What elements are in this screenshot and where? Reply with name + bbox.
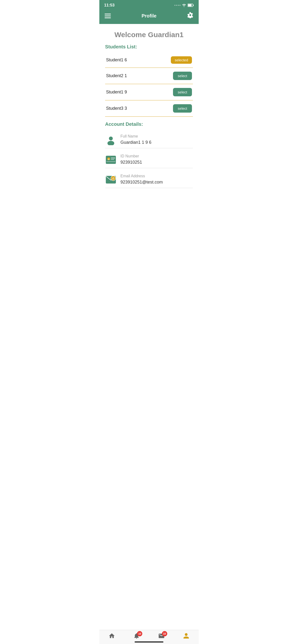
svg-rect-1 bbox=[193, 4, 194, 6]
main-content: Welcome Guardian1 Students List: Student… bbox=[99, 24, 199, 214]
svg-text:@: @ bbox=[112, 177, 115, 180]
students-section: Students List: Student1 6 selected Stude… bbox=[105, 44, 193, 117]
svg-text:ID: ID bbox=[108, 158, 110, 160]
id-number-row: ID ID Number 923910251 bbox=[105, 150, 193, 168]
settings-button[interactable] bbox=[187, 12, 193, 20]
full-name-value: Guardian1 1 9 6 bbox=[120, 140, 193, 145]
hamburger-menu-button[interactable] bbox=[105, 14, 111, 18]
select-button-4[interactable]: select bbox=[173, 104, 192, 112]
student-row-3: Student1 9 select bbox=[105, 84, 193, 100]
svg-rect-11 bbox=[111, 159, 114, 160]
app-header: Profile bbox=[99, 10, 199, 24]
student-name-2: Student2 1 bbox=[106, 73, 127, 78]
svg-rect-9 bbox=[106, 161, 115, 162]
email-row: @ Email Address 923910251@test.com bbox=[105, 170, 193, 188]
full-name-row: Full Name Guardian1 1 9 6 bbox=[105, 130, 193, 148]
select-button-2[interactable]: select bbox=[173, 72, 192, 80]
full-name-label: Full Name bbox=[120, 134, 193, 138]
signal-icon bbox=[175, 5, 181, 6]
student-row-2: Student2 1 select bbox=[105, 68, 193, 84]
status-bar: 11:53 bbox=[99, 0, 199, 10]
id-number-value: 923910251 bbox=[120, 160, 193, 165]
id-number-content: ID Number 923910251 bbox=[120, 154, 193, 165]
id-number-label: ID Number bbox=[120, 154, 193, 158]
page-title: Profile bbox=[141, 13, 157, 19]
student-name-3: Student1 9 bbox=[106, 90, 127, 95]
selected-badge-1: selected bbox=[171, 56, 192, 64]
battery-icon bbox=[188, 4, 194, 7]
email-value: 923910251@test.com bbox=[120, 180, 193, 185]
svg-rect-7 bbox=[106, 156, 116, 164]
email-content: Email Address 923910251@test.com bbox=[120, 174, 193, 185]
student-row-4: Student3 3 select bbox=[105, 100, 193, 117]
person-icon bbox=[105, 134, 117, 146]
status-icons bbox=[175, 4, 194, 7]
students-section-title: Students List: bbox=[105, 44, 193, 50]
student-name-1: Student1 6 bbox=[106, 58, 127, 62]
full-name-content: Full Name Guardian1 1 9 6 bbox=[120, 134, 193, 145]
account-section: Account Details: Full Name Guardian1 1 9… bbox=[105, 122, 193, 188]
email-icon: @ bbox=[105, 174, 117, 186]
svg-rect-10 bbox=[111, 158, 115, 158]
student-row-1: Student1 6 selected bbox=[105, 52, 193, 68]
svg-point-6 bbox=[110, 141, 114, 145]
select-button-3[interactable]: select bbox=[173, 88, 192, 96]
welcome-heading: Welcome Guardian1 bbox=[105, 24, 193, 44]
student-name-4: Student3 3 bbox=[106, 106, 127, 111]
svg-point-3 bbox=[109, 136, 113, 140]
email-label: Email Address bbox=[120, 174, 193, 178]
svg-rect-2 bbox=[188, 4, 192, 6]
account-section-title: Account Details: bbox=[105, 122, 193, 127]
wifi-icon bbox=[182, 4, 186, 7]
status-time: 11:53 bbox=[104, 3, 114, 8]
id-icon: ID bbox=[105, 154, 117, 166]
